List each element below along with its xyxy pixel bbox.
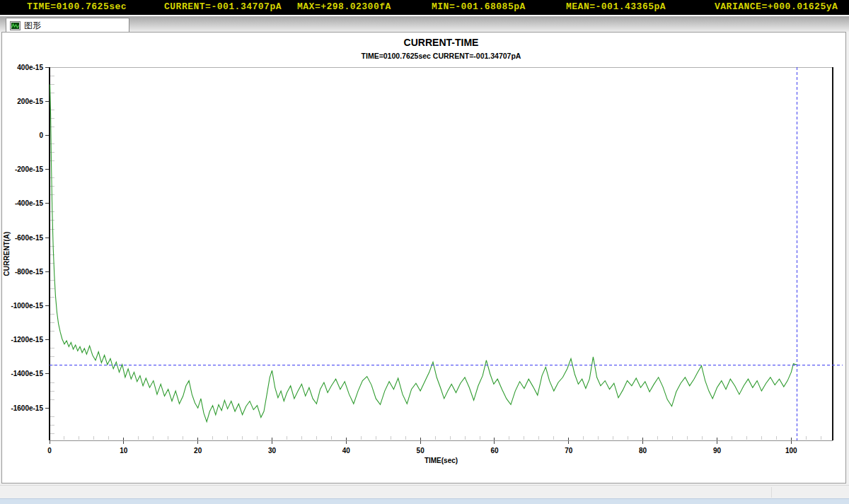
svg-text:-200e-15: -200e-15: [15, 165, 43, 173]
svg-text:60: 60: [490, 447, 499, 455]
readout-variance: VARIANCE=+000.01625yA: [715, 1, 838, 12]
svg-text:20: 20: [194, 447, 202, 455]
svg-text:TIME(sec): TIME(sec): [424, 457, 458, 464]
svg-text:-1400e-15: -1400e-15: [11, 370, 43, 377]
status-bar: [0, 485, 849, 498]
status-bar-separator: [771, 487, 772, 498]
svg-text:0: 0: [47, 447, 52, 455]
axis-titles: TIME(sec)CURRENT(A): [3, 232, 458, 464]
svg-text:30: 30: [268, 447, 277, 455]
tab-graph-label: 图形: [24, 20, 41, 32]
measurement-readout-bar: TIME=0100.7625sec CURRENT=-001.34707pA M…: [0, 0, 849, 15]
window-footer-strip: [0, 498, 849, 504]
waveform-icon: [10, 21, 21, 30]
readout-time: TIME=0100.7625sec: [27, 1, 127, 12]
svg-text:10: 10: [120, 447, 128, 455]
svg-text:50: 50: [417, 447, 425, 455]
svg-text:-1000e-15: -1000e-15: [11, 302, 43, 310]
plot-frame: [50, 67, 833, 440]
plot-area[interactable]: 0102030405060708090100400e-15200e-150-20…: [2, 33, 845, 483]
svg-text:0: 0: [39, 131, 43, 139]
svg-text:70: 70: [565, 447, 573, 455]
svg-text:-1600e-15: -1600e-15: [11, 404, 43, 412]
current-trace: [50, 85, 797, 422]
tab-graph[interactable]: 图形: [6, 18, 129, 33]
readout-min: MIN=-001.68085pA: [432, 1, 526, 12]
axis-tick-labels: 0102030405060708090100400e-15200e-150-20…: [11, 64, 797, 455]
svg-text:100: 100: [785, 447, 797, 455]
chart-panel: CURRENT-TIME TIME=0100.7625sec CURRENT=-…: [1, 32, 846, 484]
svg-text:-600e-15: -600e-15: [15, 234, 43, 242]
tab-strip: 图形: [0, 16, 849, 32]
svg-text:90: 90: [713, 447, 722, 455]
svg-text:CURRENT(A): CURRENT(A): [3, 232, 11, 276]
readout-mean: MEAN=-001.43365pA: [566, 1, 666, 12]
svg-text:200e-15: 200e-15: [17, 98, 43, 105]
svg-text:400e-15: 400e-15: [17, 64, 43, 71]
readout-current: CURRENT=-001.34707pA: [164, 1, 282, 12]
svg-text:80: 80: [639, 447, 647, 455]
svg-text:-800e-15: -800e-15: [15, 268, 43, 276]
readout-max: MAX=+298.02300fA: [297, 1, 391, 12]
svg-text:40: 40: [342, 447, 351, 455]
svg-text:-400e-15: -400e-15: [15, 199, 43, 207]
svg-text:-1200e-15: -1200e-15: [11, 336, 43, 344]
